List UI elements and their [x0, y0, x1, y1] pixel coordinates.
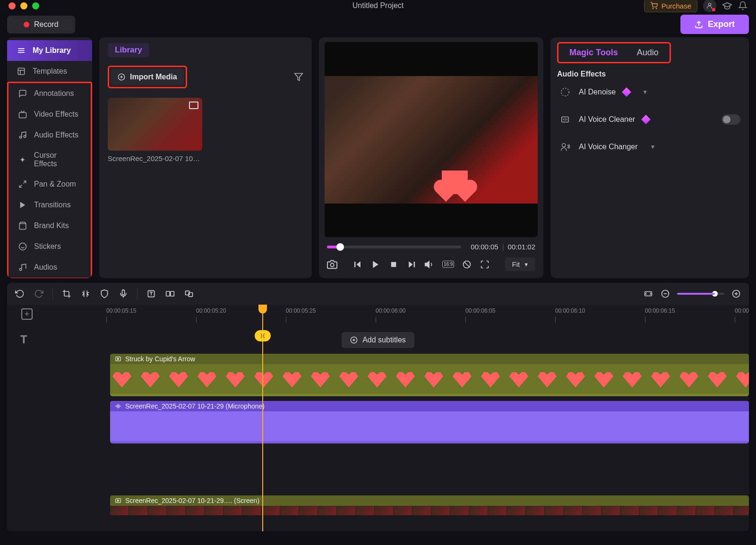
sidebar-item-transitions[interactable]: Transitions: [9, 195, 91, 215]
svg-marker-23: [357, 261, 361, 267]
svg-rect-45: [166, 291, 170, 296]
voice-changer-icon: [559, 141, 571, 153]
stop-button[interactable]: [388, 259, 399, 270]
camera-icon: [327, 259, 337, 270]
prev-frame-button[interactable]: [352, 259, 363, 270]
voiceover-button[interactable]: [118, 289, 129, 299]
play-button[interactable]: [370, 259, 381, 270]
grid-button[interactable]: [462, 259, 472, 270]
voice-cleaner-toggle[interactable]: [722, 114, 740, 125]
window-maximize[interactable]: [32, 2, 39, 9]
timeline-ruler[interactable]: 00:00:05:15 00:00:05:20 00:00:05:25 00:0…: [7, 305, 749, 324]
window-minimize[interactable]: [20, 2, 27, 9]
video-badge-icon: [189, 102, 198, 109]
sidebar-item-annotations[interactable]: Annotations: [9, 83, 91, 104]
volume-button[interactable]: [424, 259, 435, 270]
add-track-button[interactable]: +: [21, 308, 33, 320]
account-button[interactable]: [703, 0, 716, 12]
fit-timeline-button[interactable]: [643, 289, 653, 299]
sidebar-item-video-effects[interactable]: Video Effects: [9, 104, 91, 125]
svg-point-22: [330, 263, 334, 266]
import-media-button[interactable]: Import Media: [111, 68, 184, 85]
svg-point-17: [19, 268, 22, 271]
sidebar: My Library Templates Annotations Video E…: [7, 37, 92, 278]
user-icon: [706, 2, 713, 9]
crop-button[interactable]: [61, 289, 72, 299]
split-button[interactable]: [80, 289, 91, 299]
library-tab[interactable]: Library: [108, 43, 149, 57]
split-handle-icon[interactable]: ⟩⟨: [255, 330, 271, 341]
effect-ai-denoise[interactable]: AI Denoise ▼: [557, 78, 742, 106]
svg-point-0: [653, 8, 653, 9]
templates-icon: [17, 67, 26, 76]
audios-icon: [18, 263, 27, 272]
notifications-button[interactable]: [738, 1, 747, 10]
shield-icon: [100, 289, 109, 298]
svg-point-1: [656, 8, 656, 9]
media-item[interactable]: ScreenRec_2025-02-07 10-…: [108, 98, 202, 162]
next-frame-button[interactable]: [406, 259, 417, 270]
aspect-button[interactable]: 16:9: [442, 261, 454, 268]
track-row-01: 01 ScreenRec_2025-02-07 10-21-29…. (Scre…: [7, 494, 749, 517]
text-icon: [146, 289, 156, 298]
next-icon: [407, 260, 416, 269]
sidebar-item-audios[interactable]: Audios: [9, 257, 91, 278]
clip-cupid[interactable]: Struck by Cupid's Arrow: [110, 354, 749, 396]
chevron-down-icon: ▼: [524, 262, 529, 267]
pan-zoom-icon: [18, 179, 27, 189]
sidebar-item-pan-zoom[interactable]: Pan & Zoom: [9, 174, 91, 195]
track-row-03: 03 ScreenRec_2025-02-07 10-21-29 (Microp…: [7, 399, 749, 446]
volume-icon: [424, 259, 435, 270]
zoom-in-button[interactable]: [731, 289, 741, 299]
redo-button[interactable]: [34, 289, 44, 299]
video-effects-icon: [18, 110, 27, 119]
text-track-indicator[interactable]: T: [20, 333, 27, 346]
plus-circle-icon: [118, 73, 125, 81]
clip-icon: [115, 356, 121, 362]
tab-audio[interactable]: Audio: [627, 45, 668, 60]
sidebar-item-cursor-effects[interactable]: ✦ Cursor Effects: [9, 145, 91, 174]
seekbar[interactable]: 00:00:05|00:01:02: [327, 243, 535, 251]
library-icon: [17, 46, 26, 55]
snap-button[interactable]: [165, 289, 175, 299]
sidebar-item-stickers[interactable]: Stickers: [9, 236, 91, 257]
export-button[interactable]: Export: [680, 15, 749, 34]
clip-microphone[interactable]: ScreenRec_2025-02-07 10-21-29 (Microphon…: [110, 401, 749, 443]
main-toolbar: Record Export: [0, 11, 756, 37]
undo-button[interactable]: [15, 289, 25, 299]
marker-button[interactable]: [99, 289, 110, 299]
group-button[interactable]: [184, 289, 194, 299]
academy-button[interactable]: [722, 0, 732, 11]
tab-magic-tools[interactable]: Magic Tools: [560, 45, 627, 60]
transitions-icon: [18, 200, 27, 210]
track-row-04: 04 Struck by Cupid's Arrow: [7, 352, 749, 399]
add-subtitles-button[interactable]: Add subtitles: [342, 332, 414, 348]
stop-icon: [389, 260, 398, 269]
zoom-slider[interactable]: [677, 293, 724, 295]
brand-kits-icon: [18, 221, 27, 230]
zoom-out-button[interactable]: [660, 289, 670, 299]
sidebar-item-audio-effects[interactable]: Audio Effects: [9, 125, 91, 145]
effect-ai-voice-changer[interactable]: AI Voice Changer ▼: [557, 133, 742, 161]
record-button[interactable]: Record: [7, 16, 75, 34]
sidebar-item-my-library[interactable]: My Library: [7, 40, 92, 61]
fullscreen-button[interactable]: [480, 259, 490, 270]
snapshot-button[interactable]: [327, 259, 337, 270]
purchase-button[interactable]: Purchase: [644, 0, 697, 12]
clip-icon: [115, 497, 121, 504]
svg-marker-21: [295, 74, 303, 81]
fit-width-icon: [643, 290, 653, 298]
sidebar-item-brand-kits[interactable]: Brand Kits: [9, 215, 91, 236]
split-icon: [81, 289, 90, 298]
fit-dropdown[interactable]: Fit ▼: [505, 257, 535, 271]
sidebar-item-templates[interactable]: Templates: [7, 61, 92, 82]
filter-button[interactable]: [294, 72, 303, 82]
timeline[interactable]: + T 00:00:05:15 00:00:05:20 00:00:05:25 …: [7, 305, 749, 531]
window-close[interactable]: [9, 2, 16, 9]
bell-icon: [738, 1, 747, 10]
preview-viewport[interactable]: [325, 42, 538, 237]
zoom-in-icon: [731, 289, 741, 298]
clip-screen[interactable]: ScreenRec_2025-02-07 10-21-29…. (Screen): [110, 495, 749, 515]
text-button[interactable]: [146, 289, 156, 299]
playhead[interactable]: ⟩⟨: [262, 305, 263, 531]
